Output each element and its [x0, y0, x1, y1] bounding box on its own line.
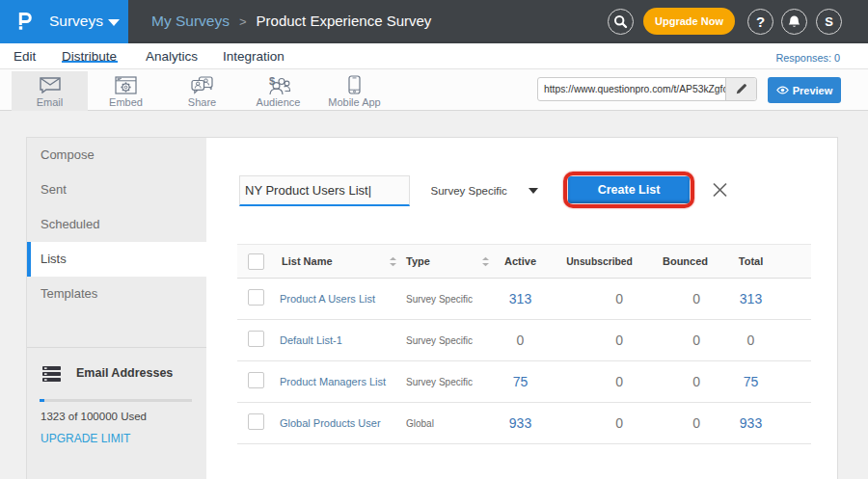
svg-text:$: $	[269, 75, 275, 87]
